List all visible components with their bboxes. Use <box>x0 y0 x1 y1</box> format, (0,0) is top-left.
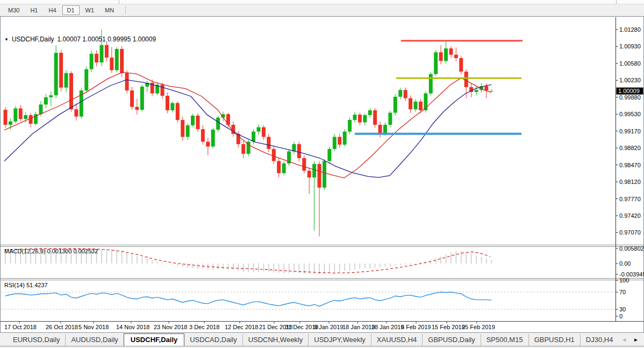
svg-text:70: 70 <box>619 289 626 295</box>
chart-tab-audusd-daily[interactable]: AUDUSD,Daily <box>65 334 123 346</box>
svg-text:1.00930: 1.00930 <box>619 43 641 49</box>
chart-tab-gbpusd-h1[interactable]: GBPUSD,H1 <box>528 334 580 346</box>
svg-text:23 Nov 2018: 23 Nov 2018 <box>154 324 187 330</box>
chart-tab-usdcnh-weekly[interactable]: USDCNH,Weekly <box>242 334 309 346</box>
svg-text:0.99880: 0.99880 <box>619 94 641 101</box>
chart-tab-dj30-h4[interactable]: DJ30,H4 <box>580 334 619 346</box>
chart-canvas[interactable]: 1.012801.009301.005801.002300.998800.995… <box>0 16 644 333</box>
toolbar-remnant-mark <box>119 0 119 4</box>
svg-text:0.99170: 0.99170 <box>619 128 641 134</box>
timeframe-button-h4[interactable]: H4 <box>44 5 61 15</box>
chart-title-ohlc: 1.00007 1.00051 0.99995 1.00009 <box>58 35 156 43</box>
timeframe-button-h1[interactable]: H1 <box>25 5 42 15</box>
svg-text:0: 0 <box>619 313 622 319</box>
tab-scroll-right-icon[interactable]: ► <box>633 337 639 343</box>
svg-text:3 Dec 2018: 3 Dec 2018 <box>189 324 219 330</box>
toolbar-separator <box>125 6 126 14</box>
macd-indicator-label: MACD(12,26,9) 0.001300 0.002532 <box>4 248 98 254</box>
rsi-indicator-label: RSI(14) 51.4237 <box>4 282 48 288</box>
chart-tab-eurusd-daily[interactable]: EURUSD,Daily <box>8 334 65 346</box>
svg-text:28 Jan 2019: 28 Jan 2019 <box>371 324 404 330</box>
svg-text:17 Oct 2018: 17 Oct 2018 <box>4 324 37 330</box>
timeframe-toolbar: M30H1H4D1W1MN <box>0 4 644 16</box>
chart-tab-usdjpy-weekly[interactable]: USDJPY,Weekly <box>308 334 371 346</box>
chart-tab-sp500-m15[interactable]: SP500,M15 <box>481 334 528 346</box>
svg-text:0.98820: 0.98820 <box>619 145 641 151</box>
svg-text:1.00009: 1.00009 <box>618 88 640 94</box>
svg-text:0.98120: 0.98120 <box>619 179 641 185</box>
timeframe-button-w1[interactable]: W1 <box>81 5 99 15</box>
svg-text:0.005802: 0.005802 <box>619 245 644 252</box>
svg-text:1.00580: 1.00580 <box>619 60 641 67</box>
svg-text:6 Feb 2019: 6 Feb 2019 <box>401 324 431 330</box>
svg-text:25 Feb 2019: 25 Feb 2019 <box>462 324 495 330</box>
svg-text:0.99530: 0.99530 <box>619 111 641 117</box>
svg-text:9 Jan 2019: 9 Jan 2019 <box>314 324 343 330</box>
svg-text:0.00: 0.00 <box>619 260 631 267</box>
tab-scroll-left-icon[interactable]: ◄ <box>621 337 627 343</box>
top-clipped-toolbar-strip <box>0 0 644 4</box>
svg-text:1.00230: 1.00230 <box>619 77 641 83</box>
svg-text:100: 100 <box>619 277 629 283</box>
timeframe-button-m30[interactable]: M30 <box>3 5 24 15</box>
chart-tab-usdcad-daily[interactable]: USDCAD,Daily <box>184 334 242 346</box>
svg-text:18 Jan 2019: 18 Jan 2019 <box>342 324 375 330</box>
svg-text:0.97420: 0.97420 <box>619 212 641 219</box>
svg-text:12 Dec 2018: 12 Dec 2018 <box>225 324 258 330</box>
chart-tab-bar: EURUSD,DailyAUDUSD,DailyUSDCHF,DailyUSDC… <box>0 333 644 348</box>
timeframe-button-d1[interactable]: D1 <box>62 5 80 15</box>
chart-dropdown-icon[interactable]: ▼ <box>4 37 9 42</box>
chart-tab-usdchf-daily[interactable]: USDCHF,Daily <box>124 333 184 346</box>
tab-scroll-arrows: ◄ ► <box>616 333 644 346</box>
svg-text:0.97070: 0.97070 <box>619 229 641 236</box>
chart-window: 1.012801.009301.005801.002300.998800.995… <box>0 16 644 333</box>
svg-text:15 Feb 2019: 15 Feb 2019 <box>432 324 465 330</box>
svg-text:14 Nov 2018: 14 Nov 2018 <box>116 324 149 330</box>
toolbar-remnant-mark <box>616 0 617 4</box>
svg-text:5 Nov 2018: 5 Nov 2018 <box>78 324 109 330</box>
svg-text:1.01280: 1.01280 <box>619 26 641 33</box>
svg-text:0.98470: 0.98470 <box>619 162 641 168</box>
svg-text:26 Oct 2018: 26 Oct 2018 <box>46 324 78 330</box>
chart-title: ▼ USDCHF,Daily 1.00007 1.00051 0.99995 1… <box>4 35 156 43</box>
chart-tab-gbpusd-daily[interactable]: GBPUSD,Daily <box>422 334 480 346</box>
svg-text:0.97770: 0.97770 <box>619 196 641 202</box>
chart-title-symbol: USDCHF,Daily <box>12 35 54 43</box>
svg-text:30: 30 <box>619 306 626 313</box>
chart-tab-xauusd-h4[interactable]: XAUUSD,H4 <box>371 334 422 346</box>
timeframe-button-mn[interactable]: MN <box>100 5 119 15</box>
